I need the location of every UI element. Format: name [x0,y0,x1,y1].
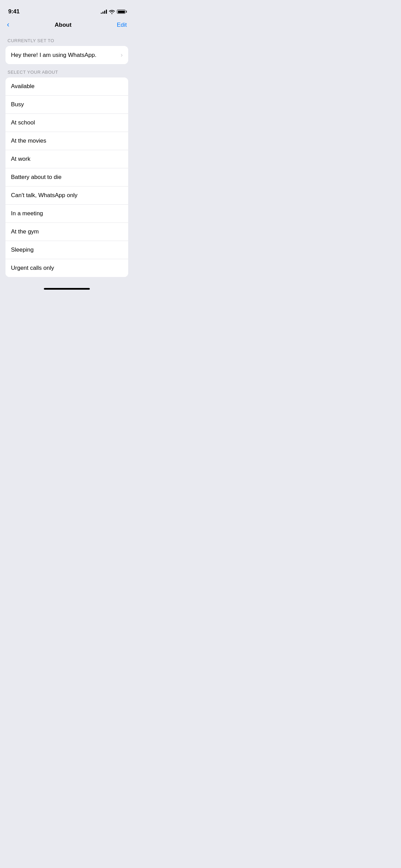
about-option-sleeping[interactable]: Sleeping [5,241,128,259]
about-options-list: AvailableBusyAt schoolAt the moviesAt wo… [5,77,128,277]
about-option-text-at-the-gym: At the gym [11,228,39,235]
about-option-cant-talk[interactable]: Can't talk, WhatsApp only [5,186,128,205]
battery-fill [118,11,125,13]
about-option-text-at-work: At work [11,156,31,162]
status-icons [101,10,125,14]
home-bar [44,288,90,290]
about-option-text-in-a-meeting: In a meeting [11,210,43,217]
wifi-icon [109,10,115,14]
about-option-text-battery-about-to-die: Battery about to die [11,174,61,181]
about-option-urgent-calls-only[interactable]: Urgent calls only [5,259,128,277]
about-option-text-busy: Busy [11,101,24,108]
about-option-at-school[interactable]: At school [5,114,128,132]
edit-button[interactable]: Edit [117,22,127,28]
nav-bar: ‹ About Edit [0,19,134,33]
about-option-text-cant-talk: Can't talk, WhatsApp only [11,192,77,199]
status-time: 9:41 [8,8,20,15]
page-title: About [54,22,71,28]
currently-set-card: Hey there! I am using WhatsApp. › [5,46,128,64]
signal-icon [101,10,107,14]
about-option-text-urgent-calls-only: Urgent calls only [11,265,54,272]
select-about-label: SELECT YOUR ABOUT [5,70,128,77]
about-option-in-a-meeting[interactable]: In a meeting [5,205,128,223]
about-option-battery-about-to-die[interactable]: Battery about to die [5,168,128,186]
about-option-at-the-movies[interactable]: At the movies [5,132,128,150]
about-option-available[interactable]: Available [5,77,128,96]
status-bar: 9:41 [0,0,134,19]
battery-icon [117,10,125,14]
about-option-text-at-the-movies: At the movies [11,137,46,144]
current-chevron-icon: › [121,51,123,59]
currently-set-label: CURRENTLY SET TO [5,38,128,46]
about-option-text-at-school: At school [11,119,35,126]
current-status-text: Hey there! I am using WhatsApp. [11,52,96,59]
about-option-at-work[interactable]: At work [5,150,128,168]
current-status-item[interactable]: Hey there! I am using WhatsApp. › [5,46,128,64]
about-option-text-available: Available [11,83,35,90]
back-chevron-icon: ‹ [7,21,9,28]
select-about-section: SELECT YOUR ABOUT AvailableBusyAt school… [5,70,128,277]
about-option-text-sleeping: Sleeping [11,246,34,253]
about-option-at-the-gym[interactable]: At the gym [5,223,128,241]
about-option-busy[interactable]: Busy [5,96,128,114]
back-button[interactable]: ‹ [7,21,9,28]
home-indicator [0,285,134,292]
currently-set-section: CURRENTLY SET TO Hey there! I am using W… [5,38,128,64]
